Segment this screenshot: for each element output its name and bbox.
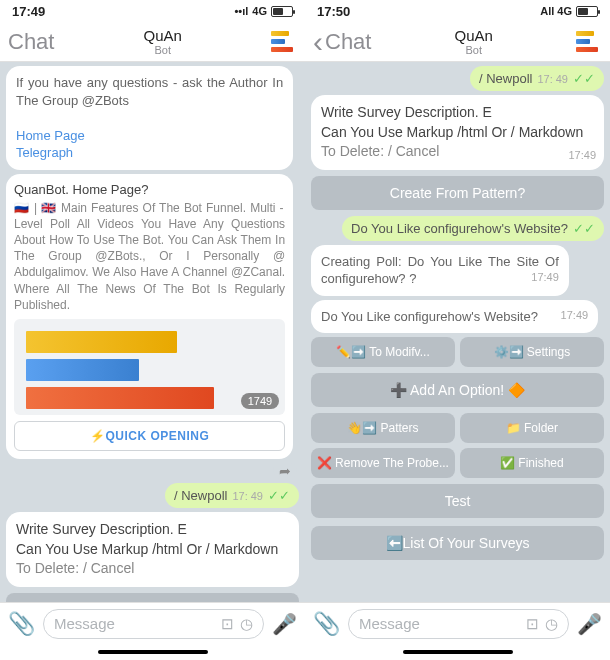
status-right: All 4G (540, 5, 598, 17)
status-time: 17:50 (317, 4, 350, 19)
read-tick-icon: ✓✓ (573, 221, 595, 236)
create-from-pattern-button[interactable]: Create From Pattern? (6, 593, 299, 602)
input-bar: 📎 Message ⊡◷ 🎤 (0, 602, 305, 644)
creating-poll: Creating Poll: Do You Like The Site Of c… (311, 245, 569, 296)
header-title[interactable]: QuAn Bot (371, 27, 576, 56)
attach-icon[interactable]: 📎 (8, 611, 35, 637)
message-fragment: If you have any questions - ask the Auth… (6, 66, 293, 170)
battery-icon (576, 6, 598, 17)
sticker-icon[interactable]: ⊡ (221, 615, 234, 633)
status-bar: 17:49 ••ıl 4G (0, 0, 305, 22)
poll-question: Do You Like configurehow's Website?17:49 (311, 300, 598, 334)
message-input[interactable]: Message ⊡◷ (348, 609, 569, 639)
status-time: 17:49 (12, 4, 45, 19)
settings-button[interactable]: ⚙️➡️Settings (460, 337, 604, 367)
quick-opening-button[interactable]: ⚡QUICK OPENING (14, 421, 285, 451)
patterns-button[interactable]: 👋➡️Patters (311, 413, 455, 443)
chat-scroll[interactable]: If you have any questions - ask the Auth… (0, 62, 305, 602)
add-option-button[interactable]: ➕ Add An Option! 🔶 (311, 373, 604, 407)
back-icon[interactable]: ‹ (313, 25, 323, 59)
battery-icon (271, 6, 293, 17)
remove-button[interactable]: ❌Remove The Probe... (311, 448, 455, 478)
message-input[interactable]: Message ⊡◷ (43, 609, 264, 639)
finished-button[interactable]: ✅Finished (460, 448, 604, 478)
home-indicator[interactable] (0, 644, 305, 660)
folder-button[interactable]: 📁Folder (460, 413, 604, 443)
read-tick-icon: ✓✓ (268, 488, 290, 503)
bot-prompt: Write Survey Description. E Can You Use … (311, 95, 604, 170)
test-button[interactable]: Test (311, 484, 604, 518)
timer-icon[interactable]: ◷ (240, 615, 253, 633)
view-count-badge: 1749 (241, 393, 279, 409)
preview-image: 1749 (14, 319, 285, 415)
mic-icon[interactable]: 🎤 (272, 612, 297, 636)
bot-prompt: Write Survey Description. E Can You Use … (6, 512, 299, 587)
signal-icon: ••ıl (234, 5, 248, 17)
bot-avatar-icon[interactable] (271, 29, 297, 55)
chat-scroll[interactable]: / Newpoll17: 49✓✓ Write Survey Descripti… (305, 62, 610, 602)
phone-right: 17:50 All 4G ‹ Chat QuAn Bot / Newpoll17… (305, 0, 610, 660)
card-body: 🇷🇺 | 🇬🇧 Main Features Of The Bot Funnel.… (14, 200, 285, 313)
sticker-icon[interactable]: ⊡ (526, 615, 539, 633)
status-right: ••ıl 4G (234, 5, 293, 17)
card-title: QuanBot. Home Page? (14, 182, 285, 197)
home-indicator[interactable] (305, 644, 610, 660)
read-tick-icon: ✓✓ (573, 71, 595, 86)
back-label[interactable]: Chat (325, 29, 371, 55)
header-title[interactable]: QuAn Bot (54, 27, 271, 56)
chat-header: Chat QuAn Bot (0, 22, 305, 62)
button-grid: ✏️➡️To Modifv... ⚙️➡️Settings (311, 337, 604, 367)
outgoing-message: / Newpoll17: 49✓✓ (470, 66, 604, 91)
chat-header: ‹ Chat QuAn Bot (305, 22, 610, 62)
outgoing-message: Do You Like configurehow's Website?✓✓ (342, 216, 604, 241)
mic-icon[interactable]: 🎤 (577, 612, 602, 636)
button-grid: 👋➡️Patters 📁Folder ❌Remove The Probe... … (311, 413, 604, 478)
bot-avatar-icon[interactable] (576, 29, 602, 55)
back-label[interactable]: Chat (8, 29, 54, 55)
telegraph-link[interactable]: Telegraph (16, 145, 73, 160)
create-from-pattern-button[interactable]: Create From Pattern? (311, 176, 604, 210)
timer-icon[interactable]: ◷ (545, 615, 558, 633)
list-surveys-button[interactable]: ⬅️List Of Your Surveys (311, 526, 604, 560)
link-preview-card[interactable]: QuanBot. Home Page? 🇷🇺 | 🇬🇧 Main Feature… (6, 174, 293, 459)
status-bar: 17:50 All 4G (305, 0, 610, 22)
outgoing-message: / Newpoll17: 49✓✓ (165, 483, 299, 508)
home-page-link[interactable]: Home Page (16, 128, 85, 143)
modify-button[interactable]: ✏️➡️To Modifv... (311, 337, 455, 367)
attach-icon[interactable]: 📎 (313, 611, 340, 637)
phone-left: 17:49 ••ıl 4G Chat QuAn Bot If you have … (0, 0, 305, 660)
input-bar: 📎 Message ⊡◷ 🎤 (305, 602, 610, 644)
share-icon[interactable]: ➦ (273, 463, 297, 479)
